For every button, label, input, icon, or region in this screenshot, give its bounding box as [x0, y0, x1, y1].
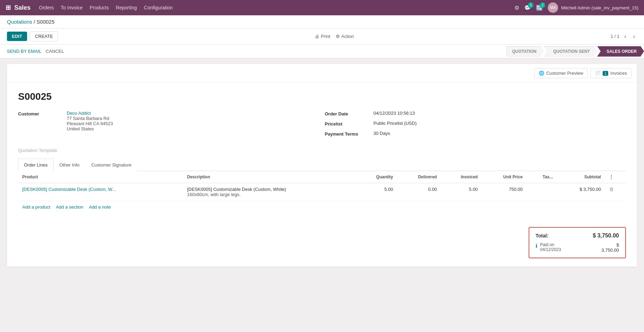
- order-date-value: 04/12/2023 10:56:13: [374, 111, 415, 116]
- pricelist-value: Public Pricelist (USD): [374, 121, 417, 126]
- col-delivered: Delivered: [397, 171, 441, 183]
- tab-order-lines[interactable]: Order Lines: [18, 159, 54, 171]
- cancel-button[interactable]: CANCEL: [46, 47, 64, 55]
- payment-terms-field: Payment Terms 30 Days: [325, 131, 626, 137]
- customer-field: Customer Deco Addict 77 Santa Barbara Rd…: [18, 111, 319, 131]
- col-description: Description: [183, 171, 356, 183]
- status-bar: SEND BY EMAIL CANCEL QUOTATION QUOTATION…: [0, 44, 644, 58]
- user-name: Mitchell Admin (sale_inv_payment_15): [561, 5, 638, 10]
- update-badge: 2: [540, 2, 545, 8]
- order-lines-table: Product Description Quantity Delivered I…: [18, 171, 626, 201]
- form-body: S00025 Customer Deco Addict 77 Santa Bar…: [7, 83, 637, 221]
- page-prev-button[interactable]: ‹: [622, 33, 628, 40]
- menu-orders[interactable]: Orders: [39, 5, 54, 10]
- breadcrumb-parent[interactable]: Quotations: [7, 19, 32, 25]
- page-next-button[interactable]: ›: [631, 33, 637, 40]
- order-number: S00025: [18, 91, 626, 102]
- pricelist-field: Pricelist Public Pricelist (USD): [325, 121, 626, 127]
- app-brand[interactable]: ⊞ Sales: [6, 4, 31, 11]
- update-icon[interactable]: 🔄 2: [536, 5, 543, 11]
- paid-currency: $: [601, 242, 619, 248]
- tab-customer-signature[interactable]: Customer Signature: [85, 159, 138, 171]
- table-row: [DESK0005] Customizable Desk (Custom, W.…: [18, 183, 626, 201]
- cell-delivered: 0.00: [397, 183, 441, 201]
- action-label: Action: [341, 34, 354, 39]
- send-by-email-button[interactable]: SEND BY EMAIL: [7, 47, 41, 55]
- payment-terms-value: 30 Days: [374, 131, 390, 136]
- quotation-template-field: Quotation Template: [18, 148, 626, 153]
- fields-grid: Customer Deco Addict 77 Santa Barbara Rd…: [18, 111, 626, 141]
- print-button[interactable]: 🖨 Print: [315, 34, 330, 39]
- top-menu: Orders To Invoice Products Reporting Con…: [39, 5, 514, 10]
- action-button[interactable]: ⚙ Action: [336, 34, 354, 39]
- breadcrumb: Quotations / S00025: [7, 19, 637, 25]
- create-button[interactable]: CREATE: [30, 31, 58, 41]
- customer-preview-label: Customer Preview: [546, 71, 583, 76]
- customer-value: Deco Addict 77 Santa Barbara Rd Pleasant…: [67, 111, 113, 131]
- customer-name[interactable]: Deco Addict: [67, 111, 113, 116]
- add-product-link[interactable]: Add a product: [22, 204, 50, 210]
- breadcrumb-separator: /: [34, 19, 36, 25]
- chat-badge: 5: [528, 2, 533, 8]
- add-note-link[interactable]: Add a note: [89, 204, 111, 210]
- totals-section: Total: $ 3,750.00 ℹ Paid on 04/12/2023 $…: [7, 221, 637, 267]
- add-links: Add a product Add a section Add a note: [18, 201, 626, 213]
- topnav-icons: ⚙ 💬 5 🔄 2 MA Mitchell Admin (sale_inv_pa…: [514, 2, 638, 13]
- chat-icon[interactable]: 💬 5: [524, 5, 531, 11]
- breadcrumb-current: S00025: [36, 19, 55, 25]
- col-unit-price: Unit Price: [482, 171, 527, 183]
- totals-box: Total: $ 3,750.00 ℹ Paid on 04/12/2023 $…: [529, 227, 626, 258]
- edit-button[interactable]: EDIT: [7, 32, 27, 41]
- order-tabs: Order Lines Other Info Customer Signatur…: [18, 159, 626, 171]
- col-product: Product: [18, 171, 183, 183]
- customer-address-2: Pleasant Hill CA 94523: [67, 121, 113, 126]
- doc-actions: 🌐 Customer Preview 📄 1 Invoices: [7, 64, 637, 83]
- invoice-count-badge: 1: [603, 71, 608, 76]
- paid-amount-section: $ 3,750.00: [601, 242, 619, 253]
- pipeline-step-quotation[interactable]: QUOTATION: [506, 46, 544, 57]
- document-card: 🌐 Customer Preview 📄 1 Invoices S00025 C…: [7, 64, 637, 267]
- add-section-link[interactable]: Add a section: [56, 204, 83, 210]
- customer-preview-button[interactable]: 🌐 Customer Preview: [534, 68, 588, 78]
- paid-amount-value: 3,750.00: [601, 248, 619, 253]
- gear-icon: ⚙: [336, 34, 340, 39]
- cell-quantity: 5.00: [357, 183, 397, 201]
- avatar: MA: [548, 2, 558, 13]
- action-mid: 🖨 Print ⚙ Action: [61, 34, 608, 39]
- left-fields: Customer Deco Addict 77 Santa Barbara Rd…: [18, 111, 319, 141]
- paid-label: Paid on: [540, 242, 561, 247]
- grid-icon[interactable]: ⊞: [6, 4, 11, 11]
- order-date-field: Order Date 04/12/2023 10:56:13: [325, 111, 626, 116]
- pipeline-step-sales-order[interactable]: SALES ORDER: [597, 46, 644, 57]
- cell-tax: [527, 183, 557, 201]
- cell-product[interactable]: [DESK0005] Customizable Desk (Custom, W.…: [18, 183, 183, 201]
- tab-other-info[interactable]: Other Info: [54, 159, 85, 171]
- cell-unit-price: 750.00: [482, 183, 527, 201]
- order-date-label: Order Date: [325, 111, 374, 116]
- pricelist-label: Pricelist: [325, 121, 374, 127]
- menu-configuration[interactable]: Configuration: [144, 5, 173, 10]
- col-invoiced: Invoiced: [441, 171, 482, 183]
- cell-invoiced: 5.00: [441, 183, 482, 201]
- total-value: $ 3,750.00: [593, 233, 619, 239]
- table-header-row: Product Description Quantity Delivered I…: [18, 171, 626, 183]
- print-icon: 🖨: [315, 34, 319, 39]
- cell-delete[interactable]: 🗑: [605, 183, 626, 201]
- menu-products[interactable]: Products: [90, 5, 109, 10]
- user-menu[interactable]: MA Mitchell Admin (sale_inv_payment_15): [548, 2, 638, 13]
- customer-label: Customer: [18, 111, 67, 116]
- settings-icon[interactable]: ⚙: [514, 5, 519, 11]
- menu-reporting[interactable]: Reporting: [116, 5, 137, 10]
- invoice-icon: 📄: [595, 71, 601, 76]
- cell-subtotal: $ 3,750.00: [557, 183, 605, 201]
- invoices-label: Invoices: [610, 71, 627, 76]
- main-content: 🌐 Customer Preview 📄 1 Invoices S00025 C…: [0, 58, 644, 272]
- pipeline-step-quotation-sent[interactable]: QUOTATION SENT: [544, 46, 597, 57]
- invoices-button[interactable]: 📄 1 Invoices: [590, 68, 631, 78]
- menu-to-invoice[interactable]: To Invoice: [61, 5, 83, 10]
- top-navigation: ⊞ Sales Orders To Invoice Products Repor…: [0, 0, 644, 15]
- paid-date: 04/12/2023: [540, 247, 561, 252]
- col-tax: Tax...: [527, 171, 557, 183]
- col-actions: ⋮: [605, 171, 626, 183]
- total-row: Total: $ 3,750.00: [536, 233, 619, 239]
